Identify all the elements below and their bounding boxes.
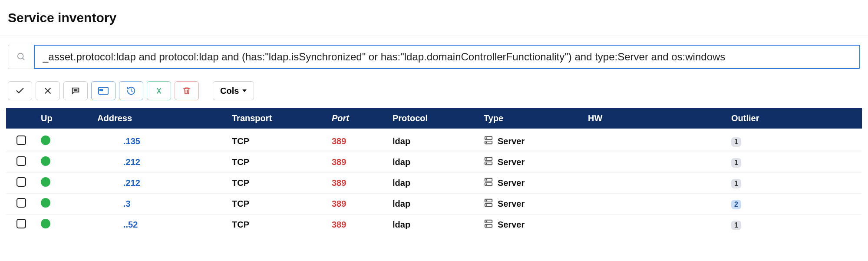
- svg-point-6: [76, 89, 77, 90]
- status-up-icon: [41, 219, 50, 228]
- svg-point-0: [17, 53, 23, 59]
- svg-point-29: [486, 221, 487, 222]
- svg-point-4: [74, 89, 75, 90]
- row-checkbox[interactable]: [17, 177, 26, 187]
- protocol-value: ldap: [393, 178, 410, 188]
- column-header-type[interactable]: Type: [479, 108, 584, 129]
- type-value: Server: [484, 135, 579, 147]
- svg-point-17: [486, 159, 487, 159]
- outlier-badge: 1: [731, 179, 741, 188]
- search-bar: [0, 36, 868, 78]
- table-row: .212TCP389ldapServer1: [6, 173, 862, 194]
- svg-point-14: [486, 142, 487, 143]
- protocol-value: ldap: [393, 199, 410, 208]
- type-value: Server: [484, 198, 579, 210]
- row-checkbox[interactable]: [17, 219, 26, 228]
- outlier-badge: 1: [731, 221, 741, 230]
- transport-value: TCP: [232, 157, 249, 167]
- search-icon: [8, 45, 34, 69]
- table-row: .3TCP389ldapServer2: [6, 194, 862, 215]
- transport-value: TCP: [232, 199, 249, 208]
- page-title: Service inventory: [0, 0, 868, 36]
- address-link[interactable]: .212: [97, 157, 140, 167]
- svg-point-26: [486, 205, 487, 205]
- address-link[interactable]: .212: [97, 178, 140, 188]
- transport-value: TCP: [232, 136, 249, 146]
- port-value: 389: [332, 157, 346, 167]
- results-table: Up Address Transport Port Protocol Type …: [0, 108, 868, 235]
- protocol-value: ldap: [393, 220, 410, 229]
- delete-button[interactable]: [175, 81, 199, 100]
- svg-rect-8: [100, 89, 102, 91]
- row-checkbox[interactable]: [17, 156, 26, 166]
- type-value: Server: [484, 219, 579, 231]
- svg-point-21: [486, 179, 487, 180]
- chevron-down-icon: [242, 89, 247, 92]
- column-header-outlier[interactable]: Outlier: [727, 108, 862, 129]
- column-header-port[interactable]: Port: [327, 108, 388, 129]
- row-checkbox[interactable]: [17, 135, 26, 145]
- port-value: 389: [332, 178, 346, 188]
- port-value: 389: [332, 136, 346, 146]
- outlier-badge: 2: [731, 200, 741, 209]
- server-icon: [484, 198, 493, 210]
- row-checkbox[interactable]: [17, 198, 26, 208]
- svg-point-22: [486, 184, 487, 185]
- table-row: .212TCP389ldapServer1: [6, 152, 862, 173]
- svg-point-13: [486, 138, 487, 139]
- type-value: Server: [484, 177, 579, 189]
- svg-point-25: [486, 200, 487, 201]
- server-icon: [484, 135, 493, 147]
- protocol-value: ldap: [393, 136, 410, 146]
- status-up-icon: [41, 198, 50, 208]
- server-icon: [484, 177, 493, 189]
- merge-button[interactable]: [147, 81, 171, 100]
- protocol-value: ldap: [393, 157, 410, 167]
- comment-button[interactable]: [63, 81, 88, 100]
- status-up-icon: [41, 177, 50, 187]
- svg-point-30: [486, 225, 487, 226]
- transport-value: TCP: [232, 178, 249, 188]
- port-value: 389: [332, 199, 346, 208]
- column-header-transport[interactable]: Transport: [228, 108, 327, 129]
- server-icon: [484, 219, 493, 231]
- type-value: Server: [484, 156, 579, 168]
- cancel-button[interactable]: [36, 81, 60, 100]
- columns-button[interactable]: Cols: [213, 81, 254, 100]
- svg-line-1: [22, 58, 24, 60]
- outlier-badge: 1: [731, 137, 741, 147]
- port-value: 389: [332, 220, 346, 229]
- table-row: .135TCP389ldapServer1: [6, 129, 862, 152]
- column-header-up[interactable]: Up: [36, 108, 93, 129]
- status-up-icon: [41, 156, 50, 166]
- table-row: ..52TCP389ldapServer1: [6, 215, 862, 235]
- server-icon: [484, 156, 493, 168]
- status-up-icon: [41, 135, 50, 145]
- table-header-row: Up Address Transport Port Protocol Type …: [6, 108, 862, 129]
- history-button[interactable]: [119, 81, 143, 100]
- address-link[interactable]: ..52: [97, 220, 138, 229]
- svg-point-18: [486, 163, 487, 164]
- confirm-button[interactable]: [8, 81, 32, 100]
- svg-point-5: [75, 89, 76, 90]
- search-input[interactable]: [34, 45, 860, 69]
- column-header-protocol[interactable]: Protocol: [388, 108, 479, 129]
- card-button[interactable]: [91, 81, 116, 100]
- outlier-badge: 1: [731, 158, 741, 168]
- column-header-checkbox: [6, 108, 36, 129]
- column-header-address[interactable]: Address: [93, 108, 228, 129]
- transport-value: TCP: [232, 220, 249, 229]
- columns-button-label: Cols: [220, 86, 239, 96]
- address-link[interactable]: .3: [97, 199, 131, 208]
- toolbar: Cols: [0, 78, 868, 108]
- address-link[interactable]: .135: [97, 136, 140, 146]
- column-header-hw[interactable]: HW: [584, 108, 727, 129]
